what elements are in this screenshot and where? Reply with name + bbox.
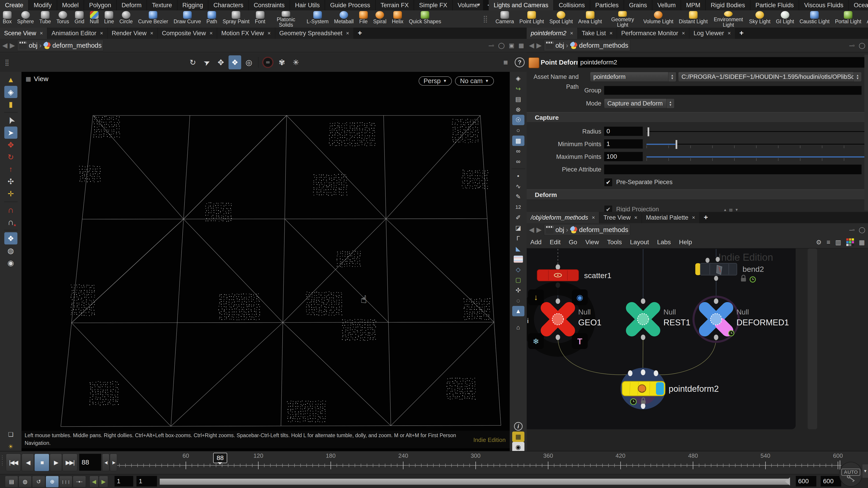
geo1-output-dot[interactable] xyxy=(556,335,560,340)
tool-distant-light[interactable]: Distant Light xyxy=(676,10,710,28)
node-rest1[interactable] xyxy=(632,298,654,340)
current-frame-field[interactable]: 88 xyxy=(79,454,101,471)
tool-area-light[interactable]: Area Light xyxy=(576,10,604,28)
spinner-icon[interactable]: ▲▼ xyxy=(854,72,862,82)
tool-caustic-light[interactable]: Caustic Light xyxy=(797,10,832,28)
shelf-tab-modify[interactable]: Modify xyxy=(29,0,57,10)
playbar-panel-icon[interactable]: ▤ xyxy=(5,476,18,488)
tool-torus[interactable]: Torus xyxy=(54,10,72,28)
range-end2-field[interactable]: 600 xyxy=(820,476,841,487)
loop-mode-icon[interactable]: ↺ xyxy=(32,476,45,488)
range-end-arrow[interactable]: ▶ xyxy=(99,476,108,488)
shelf-overflow-icon[interactable]: ▼ xyxy=(476,2,481,7)
close-icon[interactable]: × xyxy=(346,30,349,36)
capture-section-header[interactable]: Capture xyxy=(527,112,868,123)
max-points-field[interactable]: 100 xyxy=(604,152,643,161)
network-list-icon[interactable]: ≡ xyxy=(827,238,830,246)
range-end-field[interactable]: 600 xyxy=(796,476,816,487)
close-icon[interactable]: × xyxy=(610,30,613,36)
menu-labs[interactable]: Labs xyxy=(657,238,671,246)
pane-add-tab-button[interactable]: + xyxy=(700,212,712,223)
min-points-field[interactable]: 1 xyxy=(604,139,643,149)
shelf-tab-rigging[interactable]: Rigging xyxy=(178,0,208,10)
bend2-input-dot[interactable] xyxy=(706,258,710,263)
geo1-input-dot[interactable] xyxy=(556,298,560,304)
box-zoom-button[interactable]: ◎ xyxy=(243,55,255,69)
network-tools-icon[interactable]: ⚙ xyxy=(816,238,822,246)
visualizer-icon[interactable]: ▲ xyxy=(512,306,524,316)
breadcrumb[interactable]: obj › deform_methods xyxy=(17,40,103,51)
menu-edit[interactable]: Edit xyxy=(550,238,561,246)
pointdeform2-output-dot[interactable] xyxy=(641,403,645,409)
tab-material-palette[interactable]: Material Palette× xyxy=(642,212,700,223)
go-to-end-button[interactable]: ▶▶| xyxy=(62,454,77,471)
shelf-tab-oceans[interactable]: Oceans xyxy=(849,0,868,10)
tool-path[interactable]: Path xyxy=(204,10,220,28)
asset-name-dropdown[interactable]: pointdeform▲▼ xyxy=(590,72,676,82)
render-region-button[interactable] xyxy=(261,55,274,69)
tab-geometry-spreadsheet[interactable]: Geometry Spreadsheet× xyxy=(275,28,353,39)
radial-template-icon[interactable]: T xyxy=(577,337,582,346)
shelf-tab-texture[interactable]: Texture xyxy=(147,0,177,10)
tick-display-icon[interactable]: ❘❘❘ xyxy=(59,476,72,488)
shelf-tab-vellum[interactable]: Vellum xyxy=(652,0,681,10)
shelf-tab-constraints[interactable]: Constraints xyxy=(249,0,289,10)
tool-portal-light[interactable]: Portal Light xyxy=(832,10,864,28)
ghost-display-icon[interactable]: ◌ xyxy=(512,295,524,306)
mode-dropdown[interactable]: Capture and Deform▲▼ xyxy=(604,98,675,108)
pane-add-tab-button[interactable]: + xyxy=(354,28,366,38)
geo1-label[interactable]: GEO1 xyxy=(578,318,601,327)
translate-icon[interactable]: ✥ xyxy=(4,139,18,151)
nav-forward-icon[interactable]: ▶ xyxy=(536,226,541,233)
pane-splitter-handle[interactable]: ▲▤▼ xyxy=(723,207,741,212)
lighting-icon[interactable]: ○ xyxy=(512,125,524,135)
radial-down-icon[interactable]: ↓ xyxy=(534,293,538,302)
rest1-output-dot[interactable] xyxy=(641,335,645,340)
shelf-tab-particles[interactable]: Particles xyxy=(590,0,624,10)
shelf-tab-characters[interactable]: Characters xyxy=(209,0,248,10)
go-to-start-button[interactable]: |◀◀ xyxy=(6,454,21,471)
radial-eye-icon[interactable]: ◉ xyxy=(577,293,583,302)
tab-network-path[interactable]: /obj/deform_methods× xyxy=(527,212,599,223)
smooth-shade-icon[interactable]: ∞ xyxy=(512,146,524,156)
network-graph[interactable]: Indie Edition scatter1 xyxy=(527,249,796,429)
snapshot-icon[interactable]: ▣ xyxy=(509,42,515,49)
tool-volume-light[interactable]: Volume Light xyxy=(641,10,676,28)
close-icon[interactable]: × xyxy=(682,30,685,36)
tool-file[interactable]: File xyxy=(356,10,370,28)
menu-tools[interactable]: Tools xyxy=(607,238,622,246)
scene-viewport[interactable]: ▦ View Persp▼ No cam▼ ☝ Left mouse tumbl… xyxy=(22,72,510,451)
xray-display-icon[interactable]: ◇ xyxy=(512,264,524,275)
tool-spiral[interactable]: Spiral xyxy=(370,10,389,28)
secure-selection-icon[interactable]: ➤ xyxy=(4,127,18,139)
close-icon[interactable]: × xyxy=(40,30,43,36)
tool-box[interactable]: Box xyxy=(0,10,14,28)
tool-grid[interactable]: Grid xyxy=(72,10,87,28)
point-normal-icon[interactable]: ∿ xyxy=(512,181,524,192)
shelf-tab-lights-cameras[interactable]: Lights and Cameras xyxy=(489,0,553,10)
shelf-tab-simple-fx[interactable]: Simple FX xyxy=(414,0,452,10)
display-options-button[interactable]: ✳ xyxy=(289,55,302,69)
auto-key-dropdown[interactable]: ▼ xyxy=(862,464,868,478)
shelf-tab-polygon[interactable]: Polygon xyxy=(84,0,116,10)
frame-marker[interactable]: 88 xyxy=(213,453,227,463)
tool-ambient-light[interactable]: Ambient Light xyxy=(864,10,868,28)
hull-display-icon[interactable]: ◣ xyxy=(512,243,524,254)
pointdeform2-input-dot2[interactable] xyxy=(641,369,645,375)
rigid-projection-checkbox[interactable]: ✔ xyxy=(604,205,613,212)
close-icon[interactable]: × xyxy=(570,30,573,36)
point-trail-icon[interactable]: ✎ xyxy=(512,192,524,202)
prim-numbers-icon[interactable]: ◪ xyxy=(512,223,524,233)
close-icon[interactable]: × xyxy=(268,30,271,36)
playback-options-icon[interactable]: –●– xyxy=(73,476,86,488)
shelf-tab-grains[interactable]: Grains xyxy=(624,0,652,10)
scatter1-input-dot[interactable] xyxy=(556,264,560,270)
shelf-grip-icon[interactable]: ⣿ xyxy=(483,15,488,23)
nav-back-icon[interactable]: ◀ xyxy=(529,226,534,233)
node-geo1[interactable] xyxy=(547,298,569,340)
tool-point-light[interactable]: Point Light xyxy=(517,10,547,28)
handle-tool-icon[interactable]: ✛ xyxy=(4,188,18,200)
radius-slider[interactable] xyxy=(647,131,867,132)
breadcrumb[interactable]: obj › deform_methods xyxy=(544,40,630,51)
tool-null[interactable]: Null xyxy=(87,10,101,28)
